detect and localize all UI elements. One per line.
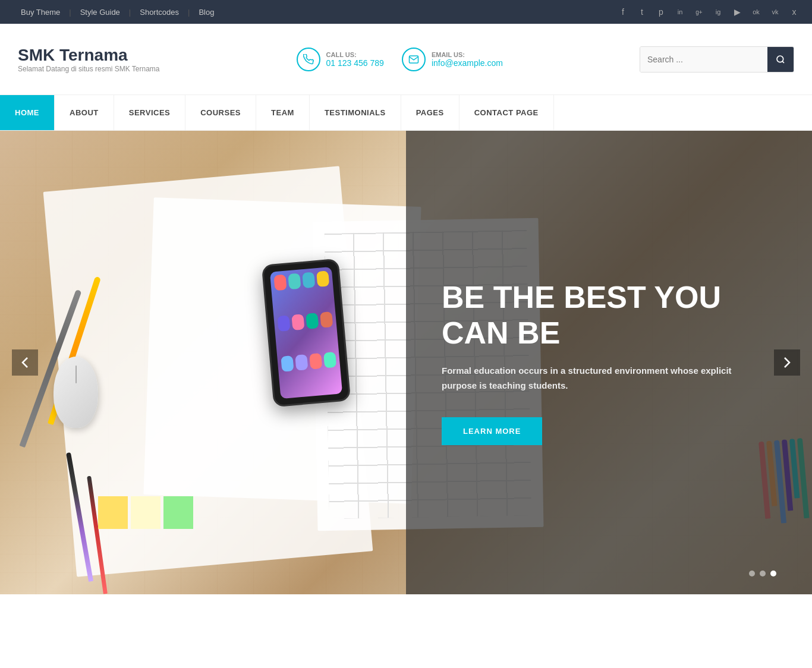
hero-title: BE THE BEST YOU CAN BE (442, 280, 764, 351)
mouse-device (53, 357, 98, 428)
app-icon-1 (273, 275, 287, 291)
top-bar-links: Buy Theme | Style Guide | Shortcodes | B… (12, 8, 223, 17)
nav-pages[interactable]: PAGES (401, 95, 459, 130)
learn-more-button[interactable]: LEARN MORE (442, 417, 542, 445)
app-icon-5 (277, 315, 290, 332)
site-subtitle: Selamat Datang di situs resmi SMK Ternam… (18, 65, 160, 73)
svg-line-1 (782, 61, 784, 63)
svg-point-0 (777, 56, 783, 62)
buy-theme-link[interactable]: Buy Theme (12, 8, 69, 17)
sticky-yellow (98, 496, 128, 529)
odnoklassniki-icon[interactable]: ok (750, 6, 762, 18)
site-header: SMK Ternama Selamat Datang di situs resm… (0, 24, 812, 95)
hero-content-overlay: BE THE BEST YOU CAN BE Formal education … (406, 131, 812, 594)
googleplus-icon[interactable]: g+ (693, 6, 705, 18)
app-icon-10 (295, 354, 308, 371)
top-bar: Buy Theme | Style Guide | Shortcodes | B… (0, 0, 812, 24)
app-icon-4 (316, 270, 329, 287)
hero-section: BE THE BEST YOU CAN BE Formal education … (0, 131, 812, 594)
phone-icon (297, 48, 320, 71)
nav-contact[interactable]: CONTACT PAGE (459, 95, 554, 130)
style-guide-link[interactable]: Style Guide (71, 8, 129, 17)
social-icons: f t p in g+ ig ▶ ok vk x (617, 6, 800, 18)
shortcodes-link[interactable]: Shortcodes (131, 8, 188, 17)
instagram-icon[interactable]: ig (712, 6, 724, 18)
nav-courses[interactable]: COURSES (185, 95, 256, 130)
facebook-icon[interactable]: f (617, 6, 629, 18)
nav-home[interactable]: HOME (0, 95, 55, 130)
pinterest-icon[interactable]: p (655, 6, 667, 18)
app-icon-2 (288, 273, 301, 290)
nav-services[interactable]: SERVICES (114, 95, 186, 130)
site-title[interactable]: SMK Ternama (18, 46, 160, 65)
logo-area: SMK Ternama Selamat Datang di situs resm… (18, 46, 160, 73)
xing-icon[interactable]: x (788, 6, 800, 18)
slider-next-button[interactable] (774, 349, 800, 376)
blog-link[interactable]: Blog (190, 8, 223, 17)
slider-prev-button[interactable] (12, 349, 38, 376)
call-number[interactable]: 01 123 456 789 (326, 58, 384, 68)
app-icon-6 (291, 314, 304, 330)
main-nav: HOME ABOUT SERVICES COURSES TEAM TESTIMO… (0, 95, 812, 131)
search-button[interactable] (767, 47, 794, 72)
slide-dot-2[interactable] (760, 571, 766, 576)
nav-testimonials[interactable]: TESTIMONIALS (310, 95, 401, 130)
hero-subtitle: Formal education occurs in a structured … (442, 363, 764, 393)
sticky-notes (98, 496, 193, 529)
app-icon-9 (281, 355, 294, 372)
vk-icon[interactable]: vk (769, 6, 781, 18)
slide-dot-3[interactable] (770, 571, 776, 576)
phone-screen (270, 267, 342, 399)
email-icon (402, 48, 426, 71)
call-label: CALL US: (326, 51, 384, 58)
twitter-icon[interactable]: t (636, 6, 648, 18)
search-box (640, 46, 794, 73)
email-value[interactable]: info@example.com (432, 58, 503, 68)
slide-dot-1[interactable] (749, 571, 755, 576)
app-icon-7 (306, 313, 319, 329)
search-input[interactable] (640, 47, 767, 72)
nav-about[interactable]: ABOUT (55, 95, 114, 130)
app-icon-12 (323, 352, 336, 368)
slider-dots (749, 571, 776, 576)
phone-mockup (262, 259, 351, 407)
app-icon-11 (309, 353, 322, 370)
email-contact: EMAIL US: info@example.com (402, 48, 503, 71)
linkedin-icon[interactable]: in (674, 6, 686, 18)
email-text: EMAIL US: info@example.com (432, 51, 503, 68)
sticky-green (163, 496, 193, 529)
phone-contact: CALL US: 01 123 456 789 (297, 48, 384, 71)
nav-team[interactable]: TEAM (256, 95, 310, 130)
youtube-icon[interactable]: ▶ (731, 6, 743, 18)
contact-info: CALL US: 01 123 456 789 EMAIL US: info@e… (297, 48, 503, 71)
app-icon-8 (320, 311, 333, 328)
sticky-light (131, 496, 160, 529)
email-label: EMAIL US: (432, 51, 503, 58)
search-area (640, 46, 794, 73)
app-icon-3 (302, 272, 315, 288)
phone-text: CALL US: 01 123 456 789 (326, 51, 384, 68)
